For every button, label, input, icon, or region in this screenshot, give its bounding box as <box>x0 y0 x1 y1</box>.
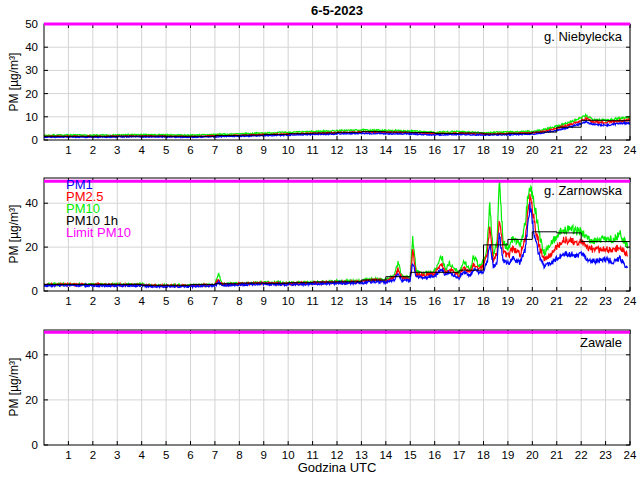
x-tick-label: 5 <box>163 295 169 307</box>
y-tick-label: 20 <box>25 394 38 406</box>
x-tick-label: 14 <box>379 295 392 307</box>
x-tick-label: 10 <box>282 144 295 156</box>
x-tick-label: 14 <box>379 144 392 156</box>
x-tick-label: 24 <box>624 144 637 156</box>
y-tick-label: 40 <box>25 41 38 53</box>
y-axis-label-bottom: PM [µg/m³] <box>7 327 21 447</box>
x-tick-label: 5 <box>163 144 169 156</box>
legend-item-limit-pm10: Limit PM10 <box>66 227 131 239</box>
x-tick-label: 17 <box>453 295 466 307</box>
x-tick-label: 4 <box>138 144 145 156</box>
y-tick-label: 20 <box>25 88 38 100</box>
x-tick-label: 20 <box>526 144 539 156</box>
x-tick-label: 9 <box>261 295 267 307</box>
x-tick-label: 1 <box>65 295 71 307</box>
y-tick-label: 0 <box>32 134 38 146</box>
x-tick-label: 7 <box>212 295 218 307</box>
x-tick-label: 13 <box>355 144 368 156</box>
station-label-zawale: Zawale <box>44 335 622 350</box>
x-tick-label: 12 <box>331 144 344 156</box>
x-tick-label: 23 <box>599 144 612 156</box>
charts-canvas: 1234567891011121314151617181920212223240… <box>0 0 640 480</box>
x-tick-label: 10 <box>282 295 295 307</box>
y-tick-label: 50 <box>25 18 38 30</box>
x-tick-label: 20 <box>526 295 539 307</box>
x-tick-label: 3 <box>114 295 120 307</box>
x-tick-label: 19 <box>502 295 515 307</box>
x-tick-label: 6 <box>187 144 193 156</box>
x-tick-label: 15 <box>404 295 417 307</box>
figure-title: 6-5-2023 <box>44 3 630 18</box>
figure: 1234567891011121314151617181920212223240… <box>0 0 640 480</box>
x-tick-label: 8 <box>236 144 242 156</box>
x-tick-label: 21 <box>550 144 563 156</box>
x-tick-label: 23 <box>599 295 612 307</box>
x-tick-label: 1 <box>65 144 71 156</box>
x-tick-label: 22 <box>575 295 588 307</box>
x-tick-label: 21 <box>550 295 563 307</box>
x-tick-label: 7 <box>212 144 218 156</box>
y-tick-label: 0 <box>32 439 38 451</box>
x-tick-label: 3 <box>114 144 120 156</box>
x-tick-label: 12 <box>331 295 344 307</box>
x-tick-label: 13 <box>355 295 368 307</box>
x-tick-label: 16 <box>428 295 441 307</box>
y-tick-label: 10 <box>25 111 38 123</box>
y-tick-label: 20 <box>25 241 38 253</box>
x-tick-label: 11 <box>307 295 319 307</box>
y-tick-label: 0 <box>32 285 38 297</box>
y-tick-label: 40 <box>25 197 38 209</box>
x-tick-label: 17 <box>453 144 466 156</box>
x-tick-label: 8 <box>236 295 242 307</box>
y-axis-label-middle: PM [µg/m³] <box>7 174 21 294</box>
x-tick-label: 2 <box>90 144 96 156</box>
x-tick-label: 16 <box>428 144 441 156</box>
x-tick-label: 2 <box>90 295 96 307</box>
x-tick-label: 11 <box>307 144 319 156</box>
station-label-niebylecka: g. Niebylecka <box>44 29 622 44</box>
x-tick-label: 6 <box>187 295 193 307</box>
x-tick-label: 19 <box>502 144 515 156</box>
y-tick-label: 40 <box>25 349 38 361</box>
x-tick-label: 18 <box>477 295 490 307</box>
x-tick-label: 9 <box>261 144 267 156</box>
x-tick-label: 18 <box>477 144 490 156</box>
x-tick-label: 22 <box>575 144 588 156</box>
x-axis-label: Godzina UTC <box>44 460 630 475</box>
x-tick-label: 4 <box>138 295 145 307</box>
y-tick-label: 30 <box>25 64 38 76</box>
x-tick-label: 24 <box>624 295 637 307</box>
y-axis-label-top: PM [µg/m³] <box>7 22 21 142</box>
x-tick-label: 15 <box>404 144 417 156</box>
legend: PM1 PM2.5 PM10 PM10 1h Limit PM10 <box>66 179 131 239</box>
